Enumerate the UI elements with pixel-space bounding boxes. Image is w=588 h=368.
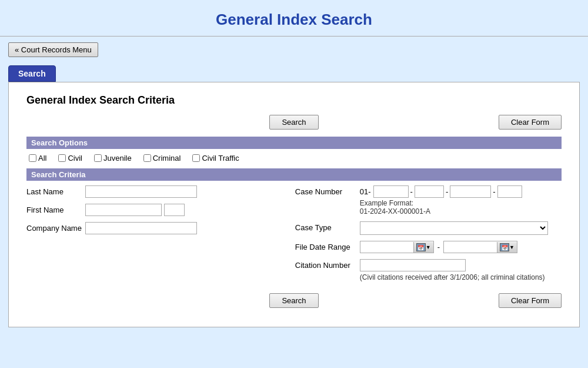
option-all[interactable]: All	[29, 154, 46, 163]
citation-row: Citation Number (Civil citations receive…	[295, 259, 562, 281]
case-number-label: Case Number	[295, 185, 360, 196]
last-name-row: Last Name	[26, 185, 283, 198]
cal-to-dropdown-icon: ▼	[509, 244, 514, 250]
first-name-group	[85, 204, 283, 216]
middle-initial-input[interactable]	[164, 204, 185, 216]
citation-note: (Civil citations received after 3/1/2006…	[360, 273, 562, 281]
two-col-layout: Last Name First Name Company N	[26, 185, 562, 287]
page-wrapper: General Index Search Court Records Menu …	[0, 0, 588, 368]
citation-number-value: (Civil citations received after 3/1/2006…	[360, 259, 562, 281]
case-type-value	[360, 221, 562, 235]
search-options-row: All Civil Juvenile Criminal Civil Traffi…	[26, 154, 562, 163]
last-name-value	[85, 185, 283, 198]
form-title: General Index Search Criteria	[26, 94, 562, 107]
calendar-from-icon: 📅	[416, 243, 426, 251]
left-column: Last Name First Name Company N	[26, 185, 283, 287]
company-name-input[interactable]	[85, 222, 197, 234]
cal-dropdown-icon: ▼	[426, 244, 431, 250]
checkbox-all[interactable]	[29, 154, 36, 162]
search-tab[interactable]: Search	[8, 65, 56, 82]
case-num-input-1[interactable]	[373, 185, 409, 198]
bottom-search-area: Search	[205, 293, 383, 308]
search-criteria-header: Search Criteria	[26, 168, 562, 181]
tab-container: Search	[0, 65, 588, 82]
date-range-group: 📅 ▼ - 📅 ▼	[360, 241, 562, 253]
date-to-calendar-button[interactable]: 📅 ▼	[497, 242, 517, 253]
checkbox-juvenile[interactable]	[94, 154, 102, 162]
case-number-group: 01- - - -	[360, 185, 562, 198]
company-name-label: Company Name	[26, 224, 85, 233]
case-number-row: Case Number 01- - - -	[295, 185, 562, 216]
first-name-row: First Name	[26, 204, 283, 216]
page-header: General Index Search	[0, 0, 588, 37]
calendar-to-icon: 📅	[500, 243, 509, 251]
top-button-row: Search Clear Form	[26, 115, 562, 130]
citation-number-input[interactable]	[360, 259, 466, 271]
citation-number-label: Citation Number	[295, 259, 360, 270]
case-num-sep-3: -	[492, 187, 496, 196]
case-num-input-2[interactable]	[415, 185, 444, 198]
case-num-input-3[interactable]	[450, 185, 491, 198]
case-num-sep-1: -	[410, 187, 413, 196]
file-date-label: File Date Range	[295, 241, 360, 251]
case-num-input-4[interactable]	[497, 185, 522, 198]
date-to-input[interactable]	[444, 241, 497, 253]
bottom-search-button[interactable]: Search	[269, 293, 318, 308]
file-date-value: 📅 ▼ - 📅 ▼	[360, 241, 562, 253]
date-from-wrapper: 📅 ▼	[360, 241, 434, 253]
checkbox-civil[interactable]	[58, 154, 66, 162]
top-search-button[interactable]: Search	[269, 115, 318, 130]
date-from-calendar-button[interactable]: 📅 ▼	[413, 242, 433, 253]
company-name-row: Company Name	[26, 222, 283, 234]
checkbox-criminal[interactable]	[143, 154, 151, 162]
company-name-value	[85, 222, 283, 234]
case-type-row: Case Type	[295, 221, 562, 235]
first-name-input[interactable]	[85, 204, 162, 216]
case-type-label: Case Type	[295, 221, 360, 232]
example-format: Example Format: 01-2024-XX-000001-A	[360, 199, 562, 216]
right-column: Case Number 01- - - -	[283, 185, 562, 287]
case-number-value: 01- - - - Example Format:	[360, 185, 562, 216]
form-panel: General Index Search Criteria Search Cle…	[8, 82, 580, 327]
nav-bar: Court Records Menu	[0, 37, 588, 63]
first-name-label: First Name	[26, 205, 85, 214]
option-civil[interactable]: Civil	[58, 154, 82, 163]
case-type-select[interactable]	[360, 221, 548, 235]
date-range-separator: -	[436, 243, 441, 251]
right-col-inner: Case Number 01- - - -	[283, 185, 562, 281]
last-name-label: Last Name	[26, 187, 85, 196]
search-options-header: Search Options	[26, 137, 562, 149]
checkbox-civil-traffic[interactable]	[192, 154, 200, 162]
file-date-row: File Date Range 📅 ▼	[295, 241, 562, 253]
option-juvenile[interactable]: Juvenile	[94, 154, 132, 163]
bottom-button-row: Search Clear Form	[26, 293, 562, 308]
page-title: General Index Search	[0, 11, 588, 29]
last-name-input[interactable]	[85, 185, 197, 198]
bottom-clear-button[interactable]: Clear Form	[499, 293, 562, 308]
top-search-area: Search	[205, 115, 383, 130]
court-records-link[interactable]: Court Records Menu	[8, 42, 98, 57]
option-civil-traffic[interactable]: Civil Traffic	[192, 154, 239, 163]
case-num-sep-2: -	[445, 187, 449, 196]
date-to-wrapper: 📅 ▼	[443, 241, 517, 253]
top-clear-button[interactable]: Clear Form	[499, 115, 562, 130]
date-from-input[interactable]	[360, 241, 413, 253]
case-num-prefix: 01-	[360, 187, 371, 196]
option-criminal[interactable]: Criminal	[143, 154, 181, 163]
